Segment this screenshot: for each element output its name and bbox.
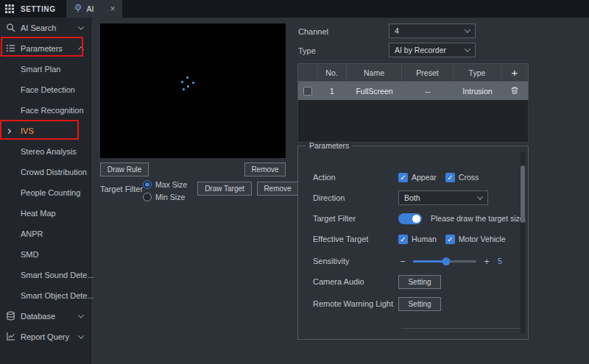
sub-item-label: IVS: [21, 126, 34, 135]
cell-preset: --: [402, 82, 454, 100]
sidebar-item-face-recognition[interactable]: Face Recognition: [0, 100, 91, 121]
sub-item-label: Smart Sound Dete...: [21, 271, 94, 279]
checkbox-checked-icon: [398, 173, 408, 182]
sensitivity-value: 5: [498, 257, 502, 265]
add-rule-button[interactable]: +: [512, 66, 518, 79]
sidebar-item-smart-sound-detection[interactable]: Smart Sound Dete...: [0, 265, 91, 285]
channel-select[interactable]: 4: [389, 24, 476, 38]
checkbox-appear[interactable]: Appear: [398, 173, 437, 182]
sub-item-label: Stereo Analysis: [21, 147, 77, 156]
header-select: [298, 64, 317, 81]
close-icon[interactable]: ×: [110, 4, 115, 13]
scrollbar-thumb[interactable]: [521, 165, 525, 223]
cell-type: Intrusion: [454, 82, 501, 100]
checkbox-cross[interactable]: Cross: [445, 173, 479, 182]
sidebar-item-parameters[interactable]: Parameters: [0, 38, 91, 59]
section-divider: [401, 328, 521, 329]
tab-ai[interactable]: AI ×: [66, 0, 123, 18]
rule-point: [186, 76, 188, 79]
titlebar: SETTING AI ×: [0, 0, 589, 18]
database-icon: [6, 311, 15, 322]
row-checkbox[interactable]: [303, 87, 312, 96]
sub-item-label: Face Detection: [21, 85, 75, 94]
search-icon: [6, 23, 15, 34]
chevron-down-icon: [78, 312, 84, 318]
sensitivity-row: Sensitivity − + 5: [313, 254, 502, 268]
sidebar-item-smart-plan[interactable]: Smart Plan: [0, 59, 91, 79]
rules-table: No. Name Preset Type + 1 FullScreen -- I…: [297, 63, 529, 143]
header-type: Type: [454, 64, 501, 81]
sidebar-item-ai-search[interactable]: AI Search: [0, 18, 91, 38]
sidebar-item-label: Database: [21, 312, 55, 321]
sub-item-label: Heat Map: [21, 209, 56, 218]
type-select[interactable]: AI by Recorder: [389, 43, 476, 57]
slider-thumb[interactable]: [442, 257, 450, 265]
rule-point: [181, 81, 183, 83]
remote-warning-light-row: Remote Warning Light Setting: [313, 296, 441, 311]
checkbox-human[interactable]: Human: [398, 235, 437, 244]
direction-value: Both: [404, 193, 420, 202]
sidebar-item-heat-map[interactable]: Heat Map: [0, 203, 91, 224]
sidebar-item-report-query[interactable]: Report Query: [0, 326, 91, 347]
sidebar-item-smart-object-detection[interactable]: Smart Object Dete...: [0, 285, 91, 306]
remove-target-button[interactable]: Remove: [257, 182, 298, 196]
table-row[interactable]: 1 FullScreen -- Intrusion: [297, 82, 529, 100]
chevron-up-icon: [78, 46, 84, 52]
sidebar-item-anpr[interactable]: ANPR: [0, 224, 91, 244]
sidebar-item-ivs[interactable]: IVS: [0, 121, 91, 141]
effective-target-label: Effective Target: [313, 235, 398, 243]
table-empty-area: [297, 100, 529, 143]
target-filter-row: Target Filter Please draw the target siz…: [313, 211, 526, 226]
sidebar: AI Search Parameters Smart Plan Face Det…: [0, 18, 91, 364]
remove-rule-button[interactable]: Remove: [244, 163, 286, 176]
checkbox-motor-vehicle[interactable]: Motor Vehicle: [445, 235, 506, 244]
rules-table-header: No. Name Preset Type +: [297, 63, 529, 82]
sensitivity-slider[interactable]: [413, 260, 476, 263]
rule-point: [192, 82, 194, 84]
sidebar-item-smd[interactable]: SMD: [0, 244, 91, 265]
action-row: Action Appear Cross: [313, 170, 487, 185]
chevron-down-icon: [78, 24, 84, 29]
draw-target-button[interactable]: Draw Target: [197, 182, 252, 196]
radio-max-size[interactable]: Max Size: [143, 180, 187, 189]
effective-target-row: Effective Target Human Motor Vehicle: [313, 232, 514, 246]
sidebar-item-database[interactable]: Database: [0, 306, 91, 326]
remote-warning-light-label: Remote Warning Light: [313, 299, 398, 308]
sensitivity-minus-button[interactable]: −: [398, 256, 407, 267]
sub-item-label: People Counting: [21, 188, 80, 197]
video-preview-canvas[interactable]: [100, 24, 286, 158]
apps-grid-icon[interactable]: [0, 0, 19, 18]
delete-rule-button[interactable]: [510, 86, 519, 96]
chevron-down-icon: [465, 46, 470, 51]
sub-item-label: Crowd Distribution: [21, 168, 87, 176]
sub-item-label: Smart Object Dete...: [21, 291, 94, 300]
radio-selected-icon: [143, 180, 152, 189]
direction-select[interactable]: Both: [398, 190, 488, 205]
chevron-down-icon: [78, 332, 84, 338]
sidebar-item-crowd-distribution[interactable]: Crowd Distribution: [0, 162, 91, 182]
sidebar-item-face-detection[interactable]: Face Detection: [0, 79, 91, 100]
camera-audio-setting-button[interactable]: Setting: [398, 275, 441, 289]
sub-item-label: ANPR: [21, 229, 43, 238]
header-name: Name: [347, 64, 402, 81]
tab-label: AI: [87, 4, 94, 13]
cell-no: 1: [317, 82, 347, 100]
draw-rule-button[interactable]: Draw Rule: [100, 163, 149, 176]
chevron-down-icon: [465, 26, 470, 32]
sidebar-item-people-counting[interactable]: People Counting: [0, 182, 91, 203]
checkbox-checked-icon: [445, 173, 455, 182]
sensitivity-plus-button[interactable]: +: [482, 256, 491, 267]
target-filter-hint: Please draw the target size.: [431, 214, 526, 223]
target-filter-toggle[interactable]: [398, 213, 422, 224]
sub-item-label: SMD: [21, 250, 38, 259]
radio-min-size[interactable]: Min Size: [143, 193, 185, 201]
checkbox-label: Appear: [412, 173, 437, 182]
report-chart-icon: [6, 332, 15, 343]
sidebar-item-stereo-analysis[interactable]: Stereo Analysis: [0, 141, 91, 162]
parameters-scrollbar[interactable]: [521, 152, 525, 333]
remote-warning-light-setting-button[interactable]: Setting: [398, 297, 441, 311]
parameters-panel: Parameters Action Appear Cross Direction…: [297, 146, 529, 340]
radio-unselected-icon: [143, 193, 152, 201]
app-window: SETTING AI × AI Search: [0, 0, 589, 364]
sub-item-label: Face Recognition: [21, 106, 84, 115]
